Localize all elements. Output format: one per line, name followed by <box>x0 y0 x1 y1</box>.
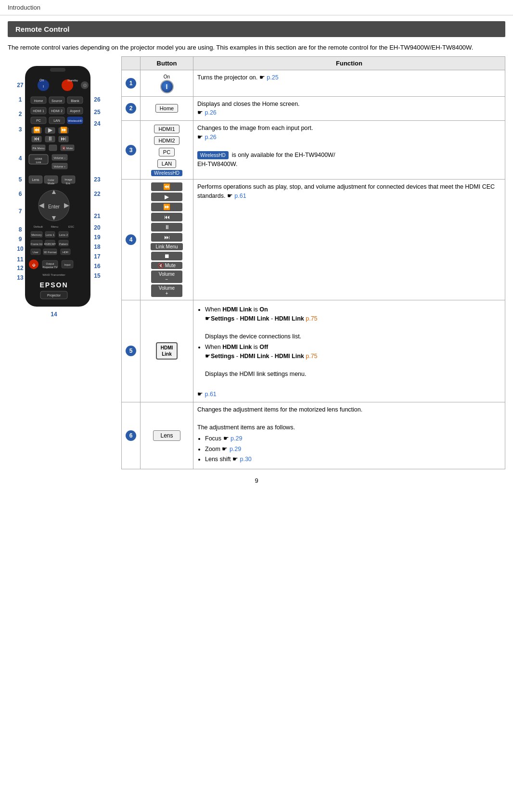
svg-text:11: 11 <box>17 256 24 263</box>
svg-text:Projector: Projector <box>47 294 61 297</box>
hdmi1-button: HDMI1 <box>154 125 179 133</box>
svg-text:HDR: HDR <box>63 251 68 254</box>
function-table-container: Button Function 1 On I <box>121 56 505 470</box>
svg-text:9: 9 <box>19 236 22 243</box>
svg-text:27: 27 <box>17 82 24 89</box>
row-func-6: Changes the adjustment items for the mot… <box>193 402 505 469</box>
svg-text:I: I <box>43 84 44 89</box>
svg-text:6: 6 <box>19 191 22 197</box>
link-p61-media[interactable]: p.61 <box>234 193 246 199</box>
section-title: Remote Control <box>15 25 70 33</box>
row-func-3: Changes to the image from each input por… <box>193 121 505 180</box>
svg-text:3D Format: 3D Format <box>44 251 57 254</box>
svg-text:Pattern: Pattern <box>59 243 68 245</box>
svg-text:21: 21 <box>94 213 101 219</box>
col-num-header <box>122 56 141 70</box>
svg-text:On: On <box>39 78 44 82</box>
section-header: Remote Control <box>8 21 505 37</box>
svg-text:12: 12 <box>17 265 24 271</box>
remote-image-column: 27 1 2 3 4 5 6 7 8 9 10 11 12 13 14 26 2… <box>8 56 114 470</box>
svg-text:HDMI 2: HDMI 2 <box>51 109 63 113</box>
svg-text:Frame Int: Frame Int <box>31 243 42 245</box>
link-p26-home[interactable]: p.26 <box>205 109 216 116</box>
svg-rect-28 <box>50 68 65 72</box>
svg-text:5: 5 <box>19 176 22 183</box>
link-p30-lensshift[interactable]: p.30 <box>240 456 251 463</box>
svg-text:⏭: ⏭ <box>61 135 66 142</box>
main-content: 27 1 2 3 4 5 6 7 8 9 10 11 12 13 14 26 2… <box>0 56 513 470</box>
row-btn-2: Home <box>141 96 193 121</box>
fastforward-button: ⏩ <box>151 203 182 211</box>
svg-text:HDMI 1: HDMI 1 <box>33 109 44 113</box>
svg-text:Memory: Memory <box>31 233 42 236</box>
svg-text:HDMI: HDMI <box>35 157 42 160</box>
media-buttons: ⏪ ▶ ⏩ ⏮ ⏸ ⏭ Link Menu ⏹ 🔇 Mute Volume− V… <box>144 182 189 297</box>
intro-text: The remote control varies depending on t… <box>0 37 513 56</box>
svg-text:LAN: LAN <box>53 119 60 122</box>
table-row: 3 HDMI1 HDMI2 PC LAN WirelessHD Changes … <box>122 121 505 180</box>
row-btn-4: ⏪ ▶ ⏩ ⏮ ⏸ ⏭ Link Menu ⏹ 🔇 Mute Volume− V… <box>141 180 193 300</box>
mute-button: 🔇 Mute <box>151 262 182 269</box>
svg-text:PC: PC <box>36 119 41 122</box>
svg-text:25: 25 <box>94 109 101 116</box>
svg-text:Standby: Standby <box>67 79 78 82</box>
row-btn-3: HDMI1 HDMI2 PC LAN WirelessHD <box>141 121 193 180</box>
svg-text:⏮: ⏮ <box>34 135 39 142</box>
svg-text:22: 22 <box>94 191 101 197</box>
row-num-4: 4 <box>122 180 141 300</box>
svg-text:EPSON: EPSON <box>39 281 68 289</box>
row-btn-1: On I <box>141 70 193 96</box>
svg-text:ESC: ESC <box>68 225 75 228</box>
svg-text:⏩: ⏩ <box>60 126 67 133</box>
svg-text:2: 2 <box>19 111 22 117</box>
row-num-6: 6 <box>122 402 141 469</box>
svg-text:Lens: Lens <box>32 178 39 181</box>
svg-text:Default: Default <box>34 225 43 228</box>
svg-text:⏪: ⏪ <box>33 126 40 133</box>
svg-text:Aspect: Aspect <box>70 109 80 113</box>
home-button: Home <box>155 104 178 113</box>
lens-button: Lens <box>153 430 180 441</box>
svg-text:26: 26 <box>94 96 101 103</box>
link-p61-hdmilink[interactable]: p.61 <box>205 391 216 398</box>
svg-text:Volume +: Volume + <box>53 165 66 168</box>
link-p29-focus[interactable]: p.29 <box>231 435 242 442</box>
svg-text:Lens 2: Lens 2 <box>59 233 68 236</box>
row-num-5: 5 <box>122 300 141 402</box>
svg-text:23: 23 <box>94 176 101 183</box>
table-row: 1 On I Turns the projector on. ☛ p.25 <box>122 70 505 96</box>
rewind-button: ⏪ <box>151 182 182 191</box>
svg-text:15: 15 <box>94 272 101 279</box>
svg-text:Mode: Mode <box>48 182 54 185</box>
link-p29-zoom[interactable]: p.29 <box>230 446 241 452</box>
svg-text:14: 14 <box>51 311 57 318</box>
row-num-3: 3 <box>122 121 141 180</box>
table-row: 2 Home Displays and closes the Home scre… <box>122 96 505 121</box>
next-button: ⏭ <box>151 233 182 242</box>
svg-text:4: 4 <box>19 155 22 162</box>
table-row: 4 ⏪ ▶ ⏩ ⏮ ⏸ ⏭ Link Menu ⏹ 🔇 Mute <box>122 180 505 300</box>
wirelesshd-note-badge: WirelessHD <box>197 151 229 159</box>
stop-button: ⏹ <box>151 252 182 260</box>
play-button: ▶ <box>151 193 182 201</box>
svg-text:Menu: Menu <box>51 225 58 228</box>
svg-text:User: User <box>33 251 38 254</box>
lan-button: LAN <box>157 159 176 168</box>
svg-text:⏸: ⏸ <box>47 135 53 142</box>
link-p26-input[interactable]: p.26 <box>205 134 216 141</box>
header-title: Introduction <box>8 4 40 11</box>
svg-text:18: 18 <box>94 244 101 250</box>
function-table: Button Function 1 On I <box>121 56 505 470</box>
svg-text:Blank: Blank <box>71 99 79 103</box>
svg-text:13: 13 <box>17 274 24 281</box>
svg-text:1: 1 <box>19 96 22 103</box>
input-buttons: HDMI1 HDMI2 PC LAN WirelessHD <box>144 124 189 176</box>
svg-text:19: 19 <box>94 234 101 241</box>
svg-text:20: 20 <box>94 224 101 231</box>
link-p75-on[interactable]: p.75 <box>306 315 317 322</box>
link-p25[interactable]: p.25 <box>267 74 278 81</box>
table-row: 5 HDMILink When HDMI Link is On ☛Setting… <box>122 300 505 402</box>
prev-button: ⏮ <box>151 213 182 221</box>
on-circle: I <box>160 80 174 93</box>
link-p75-off[interactable]: p.75 <box>306 353 317 360</box>
